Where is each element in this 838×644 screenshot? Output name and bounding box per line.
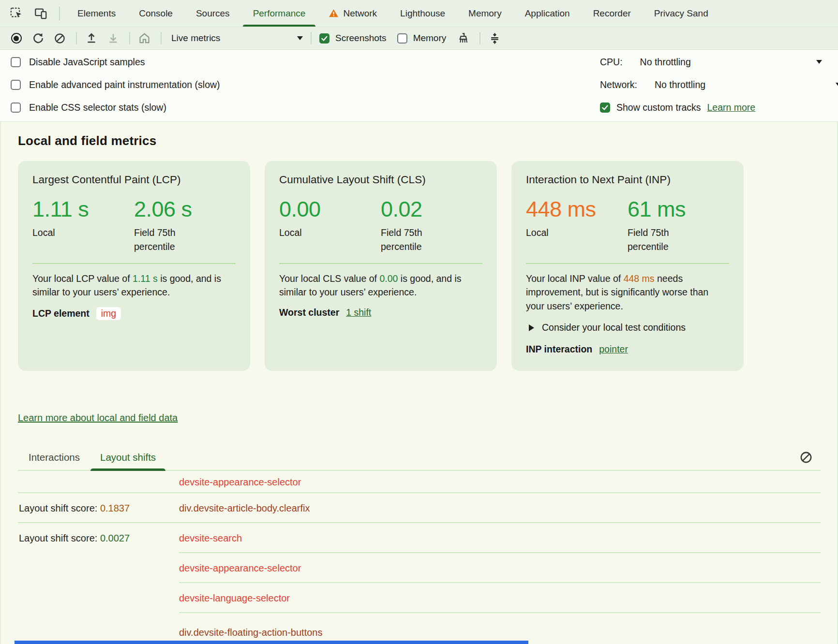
panel-tab[interactable]: Memory (457, 0, 513, 27)
local-label: Local (279, 226, 352, 240)
panel-tab-label: Recorder (593, 8, 631, 19)
chevron-down-icon (297, 36, 303, 40)
cpu-throttling-select[interactable]: CPU: No throttling (600, 51, 838, 73)
local-test-conditions-expander[interactable]: Consider your local test conditions (526, 322, 729, 333)
inp-card-title: Interaction to Next Paint (INP) (526, 174, 729, 186)
record-button[interactable] (10, 32, 23, 45)
log-tab[interactable]: Layout shifts (90, 446, 165, 471)
live-metrics-view: Local and field metrics Largest Contentf… (0, 122, 838, 644)
log-tab[interactable]: Interactions (19, 446, 90, 471)
panel-tab[interactable]: Elements (66, 0, 127, 27)
field-label: Field 75th percentile (134, 226, 207, 254)
shifted-element-link[interactable]: devsite-appearance-selector (179, 477, 301, 488)
setting-checkbox[interactable] (11, 102, 21, 113)
panel-tab[interactable]: Performance (241, 0, 317, 27)
collapse-view-icon[interactable] (488, 32, 501, 45)
layout-shifts-log: devsite-appearance-selector Layout shift… (18, 471, 837, 644)
inspect-element-icon[interactable] (10, 7, 23, 20)
cls-local-value: 0.00 (279, 197, 381, 222)
network-value: No throttling (655, 79, 705, 90)
bottom-blue-bar (15, 641, 528, 644)
worst-cluster-link[interactable]: 1 shift (346, 307, 371, 318)
clear-button[interactable] (53, 32, 66, 45)
log-row[interactable]: devsite-language-selector (18, 583, 837, 613)
cpu-label: CPU: (600, 57, 623, 68)
show-custom-tracks-checkbox[interactable] (600, 102, 610, 113)
shifted-element-link[interactable]: devsite-language-selector (179, 593, 290, 604)
worst-cluster-label: Worst cluster (279, 307, 339, 318)
panel-tab-label: Network (343, 8, 377, 19)
home-icon[interactable] (138, 32, 151, 45)
log-row[interactable]: Layout shift score: 0.1837 div.devsite-a… (18, 493, 837, 523)
performance-toolbar: Live metrics Screenshots Memory (0, 27, 838, 50)
log-row[interactable]: div.devsite-floating-action-buttons (18, 613, 837, 644)
panel-tab[interactable]: Application (513, 0, 582, 27)
panel-tab-label: Memory (468, 8, 502, 19)
panel-tab[interactable]: Sources (184, 0, 241, 27)
clear-log-icon[interactable] (799, 451, 813, 466)
inp-local-value: 448 ms (526, 197, 628, 222)
learn-more-link[interactable]: Learn more (707, 102, 755, 113)
screenshots-label: Screenshots (335, 33, 387, 44)
cls-description: Your local CLS value of 0.00 is good, an… (279, 272, 482, 300)
setting-label: Enable CSS selector stats (slow) (29, 102, 166, 113)
shifted-element-link[interactable]: devsite-appearance-selector (179, 563, 301, 574)
inp-description: Your local INP value of 448 ms needs imp… (526, 272, 729, 314)
log-row[interactable]: devsite-appearance-selector (18, 553, 837, 583)
chevron-down-icon (836, 83, 838, 87)
inp-field-value: 61 ms (628, 197, 729, 222)
live-metrics-label: Live metrics (171, 33, 220, 44)
setting-checkbox[interactable] (11, 80, 21, 90)
live-metrics-dropdown[interactable]: Live metrics (171, 33, 303, 44)
field-label: Field 75th percentile (381, 226, 453, 254)
memory-label: Memory (413, 33, 447, 44)
shifted-element-link[interactable]: devsite-search (179, 533, 242, 544)
panel-tab[interactable]: Recorder (582, 0, 643, 27)
triangle-right-icon (529, 324, 534, 331)
panel-tab[interactable]: Privacy Sand (643, 0, 720, 27)
divider (76, 32, 77, 44)
divider (129, 32, 130, 44)
panel-tab-label: Performance (253, 8, 306, 19)
log-row[interactable]: devsite-appearance-selector (18, 471, 837, 493)
show-custom-tracks-label: Show custom tracks (616, 102, 701, 113)
learn-more-field-data-link[interactable]: Learn more about local and field data (18, 412, 178, 424)
setting-label: Disable JavaScript samples (29, 57, 145, 68)
panel-tab-label: Privacy Sand (654, 8, 708, 19)
panel-tab-label: Sources (196, 8, 230, 19)
panel-tab-label: Application (525, 8, 570, 19)
panel-tab[interactable]: Lighthouse (389, 0, 457, 27)
shifted-element-link[interactable]: div.devsite-article-body.clearfix (179, 503, 310, 514)
panel-tabs: Elements Console Sources Perform (66, 0, 720, 27)
shifted-element-link[interactable]: div.devsite-floating-action-buttons (179, 627, 322, 638)
divider (479, 32, 480, 44)
inp-interaction-link[interactable]: pointer (599, 344, 628, 355)
collect-garbage-icon[interactable] (457, 32, 470, 45)
inp-interaction-label: INP interaction (526, 344, 592, 355)
upload-profile-icon[interactable] (85, 32, 98, 45)
inp-card: Interaction to Next Paint (INP) 448 ms L… (511, 161, 744, 371)
log-row[interactable]: Layout shift score: 0.0027 devsite-searc… (18, 523, 837, 553)
divider (526, 263, 729, 264)
chevron-down-icon (816, 60, 822, 64)
device-toolbar-icon[interactable] (34, 7, 47, 20)
cpu-value: No throttling (640, 57, 691, 68)
lcp-card: Largest Contentful Paint (LCP) 1.11 s Lo… (18, 161, 250, 371)
lcp-local-value: 1.11 s (32, 197, 134, 222)
panel-tab-label: Lighthouse (400, 8, 445, 19)
lcp-element-badge[interactable]: img (96, 307, 121, 320)
network-throttling-select[interactable]: Network: No throttling (600, 73, 838, 96)
reload-record-button[interactable] (31, 32, 45, 45)
divider (279, 263, 482, 264)
memory-checkbox[interactable] (397, 33, 407, 44)
screenshots-checkbox[interactable] (319, 33, 329, 44)
capture-settings: Disable JavaScript samples Enable advanc… (0, 50, 838, 122)
cls-field-value: 0.02 (381, 197, 482, 222)
lcp-description: Your local LCP value of 1.11 s is good, … (32, 272, 236, 300)
panel-tab[interactable]: Console (127, 0, 184, 27)
setting-checkbox[interactable] (11, 57, 21, 67)
divider (59, 7, 60, 20)
panel-tab[interactable]: Network (317, 0, 389, 27)
download-profile-icon (106, 32, 120, 45)
lcp-element-label: LCP element (32, 308, 90, 319)
